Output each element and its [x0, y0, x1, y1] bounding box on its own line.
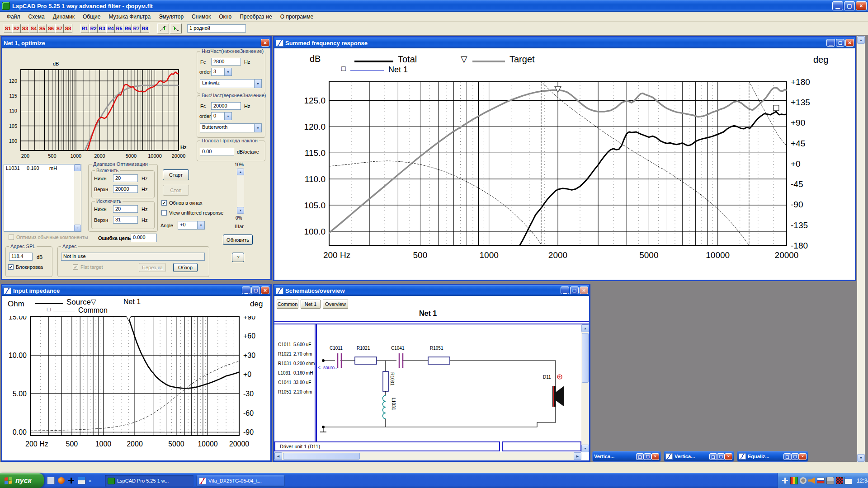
reload-button[interactable]: Перез-ка: [139, 263, 166, 272]
help-button[interactable]: ?: [232, 253, 244, 262]
exclude-low-field[interactable]: 20: [113, 205, 138, 213]
toolbar-button-r3[interactable]: R3: [98, 24, 106, 33]
include-low-field[interactable]: 20: [113, 174, 138, 182]
scroll-down-icon[interactable]: ▼: [581, 445, 589, 452]
tab-overview[interactable]: Overview: [323, 300, 348, 309]
toolbar-button-r1[interactable]: R1: [80, 24, 89, 33]
slope-field[interactable]: 0.00: [200, 148, 234, 155]
filter-tool-button-1[interactable]: [157, 23, 169, 33]
minimized-window-vertical-1[interactable]: Vertica... ❏ ▢ ×: [592, 451, 661, 462]
tray-mixer-icon[interactable]: [790, 477, 798, 484]
schematic-maximize-button[interactable]: ▢: [570, 286, 579, 294]
toolbar-button-r5[interactable]: R5: [115, 24, 123, 33]
maximize-icon[interactable]: ▢: [644, 453, 651, 460]
schematic-titlebar[interactable]: Schematics/overview ▁ ▢ ×: [274, 285, 589, 296]
menu-item-6[interactable]: Снимок: [188, 13, 215, 21]
resistor-icon[interactable]: [428, 357, 450, 364]
address-field[interactable]: Not in use: [61, 253, 205, 261]
browse-button[interactable]: Обзор: [173, 263, 198, 272]
toolbar-button-s4[interactable]: S4: [29, 24, 38, 33]
app-titlebar[interactable]: LspCAD Pro 5.25 1 way advanced filter - …: [0, 0, 868, 12]
schematic-canvas[interactable]: <- source C1011 R1021 C1041 R1051 R1031 …: [317, 324, 581, 441]
stop-button[interactable]: Стоп: [163, 185, 189, 196]
angle-combo[interactable]: +0▼: [178, 221, 205, 230]
lp-type-combo[interactable]: Linkwitz▼: [200, 79, 262, 88]
summed-close-button[interactable]: ×: [845, 39, 854, 47]
flat-target-checkbox[interactable]: ✓Flat target: [73, 264, 103, 270]
resistor-icon[interactable]: [383, 371, 388, 391]
toolbar-button-s1[interactable]: S1: [4, 24, 12, 33]
maximize-icon[interactable]: ▢: [717, 453, 725, 460]
tray-checkered-icon[interactable]: [836, 477, 843, 484]
scroll-left-icon[interactable]: ◀: [274, 452, 282, 460]
hp-type-combo[interactable]: Butterworth▼: [200, 123, 262, 132]
unfiltered-checkbox[interactable]: View unfiltered response: [161, 210, 223, 216]
scroll-down-icon[interactable]: ▼: [857, 454, 865, 462]
scroll-down-icon[interactable]: ▼: [237, 207, 244, 214]
inductor-icon[interactable]: [383, 395, 386, 419]
summed-maximize-button[interactable]: ▢: [836, 39, 844, 47]
close-icon[interactable]: ×: [651, 453, 659, 460]
filter-tool-button-2[interactable]: [170, 23, 182, 33]
scroll-down-icon[interactable]: ▼: [74, 225, 81, 231]
menu-item-2[interactable]: Динамик: [49, 13, 79, 21]
error-field[interactable]: 0.000: [131, 234, 157, 242]
taskbar-task-lspcad[interactable]: LspCAD Pro 5.25 1 w...: [105, 475, 193, 487]
toolbar-button-r4[interactable]: R4: [106, 24, 115, 33]
document-icon[interactable]: [78, 477, 85, 484]
resistor-icon[interactable]: [355, 357, 377, 364]
optimize-close-button[interactable]: ×: [261, 39, 269, 47]
impedance-maximize-button[interactable]: ▢: [251, 286, 260, 294]
start-button[interactable]: Старт: [163, 169, 189, 180]
app-close-button[interactable]: ×: [856, 1, 867, 10]
workspace-scrollbar[interactable]: ▲ ▼: [857, 36, 865, 462]
menu-item-9[interactable]: О программе: [276, 13, 317, 21]
menu-item-0[interactable]: Файл: [3, 13, 24, 21]
menu-item-8[interactable]: Преобраз-ие: [236, 13, 276, 21]
minimized-window-vertical-2[interactable]: Vertica... ❏ ▢ ×: [664, 451, 734, 462]
menu-item-1[interactable]: Схема: [24, 13, 49, 21]
scroll-up-icon[interactable]: ▲: [581, 324, 589, 332]
tray-document-icon[interactable]: [844, 477, 852, 484]
toolbar-button-s5[interactable]: S5: [38, 24, 47, 33]
minimized-window-equalizer[interactable]: Equaliz... ❏ ▢ ×: [737, 451, 808, 462]
app-minimize-button[interactable]: ▁: [832, 1, 843, 10]
schematic-minimize-button[interactable]: ▁: [561, 286, 569, 294]
tray-ru-flag-icon[interactable]: [817, 478, 825, 483]
menu-item-3[interactable]: Общие: [79, 13, 104, 21]
scroll-up-icon[interactable]: ▲: [857, 36, 865, 44]
close-icon[interactable]: ×: [725, 453, 732, 460]
toolbar-button-s6[interactable]: S6: [47, 24, 55, 33]
update-windows-checkbox[interactable]: ✓Обнов в окнах: [161, 200, 202, 206]
tab-net1[interactable]: Net 1: [301, 300, 321, 309]
scrollbar-thumb[interactable]: [582, 333, 589, 383]
maximize-icon[interactable]: ▢: [791, 453, 799, 460]
start-button[interactable]: пуск: [0, 473, 44, 488]
show-desktop-icon[interactable]: [47, 477, 55, 484]
hp-fc-field[interactable]: 20000: [211, 102, 241, 110]
toolbar-button-r2[interactable]: R2: [89, 24, 98, 33]
toolbar-button-s3[interactable]: S3: [21, 24, 29, 33]
step-scrollbar[interactable]: ▲ ▼: [237, 169, 244, 214]
scroll-up-icon[interactable]: ▲: [74, 164, 81, 171]
impedance-titlebar[interactable]: Input impedance ▁ ▢ ×: [2, 285, 270, 296]
toolbar-button-r6[interactable]: R6: [123, 24, 132, 33]
tray-lock-icon[interactable]: [826, 477, 834, 484]
scroll-up-icon[interactable]: ▲: [237, 169, 244, 175]
impedance-close-button[interactable]: ×: [261, 286, 269, 294]
toolbar-button-r8[interactable]: R8: [141, 24, 149, 33]
toolbar-button-r7[interactable]: R7: [132, 24, 141, 33]
tray-speaker-icon[interactable]: [808, 477, 815, 484]
app-maximize-button[interactable]: ▢: [844, 1, 855, 10]
toolbar-button-s7[interactable]: S7: [55, 24, 64, 33]
optimize-titlebar[interactable]: Net 1, optimize ×: [2, 38, 270, 48]
scroll-right-icon[interactable]: ▶: [574, 452, 581, 460]
tab-common[interactable]: Common: [277, 300, 298, 309]
include-high-field[interactable]: 20000: [113, 185, 138, 193]
restore-icon[interactable]: ❏: [783, 453, 791, 460]
restore-icon[interactable]: ❏: [636, 453, 644, 460]
summed-titlebar[interactable]: Summed frequency response ▁ ▢ ×: [274, 38, 855, 48]
hp-order-combo[interactable]: 0▼: [211, 112, 232, 120]
preset-combo[interactable]: 1 родной: [187, 24, 246, 33]
optimize-components-checkbox[interactable]: Оптимиз обычные компоненты: [9, 235, 88, 240]
